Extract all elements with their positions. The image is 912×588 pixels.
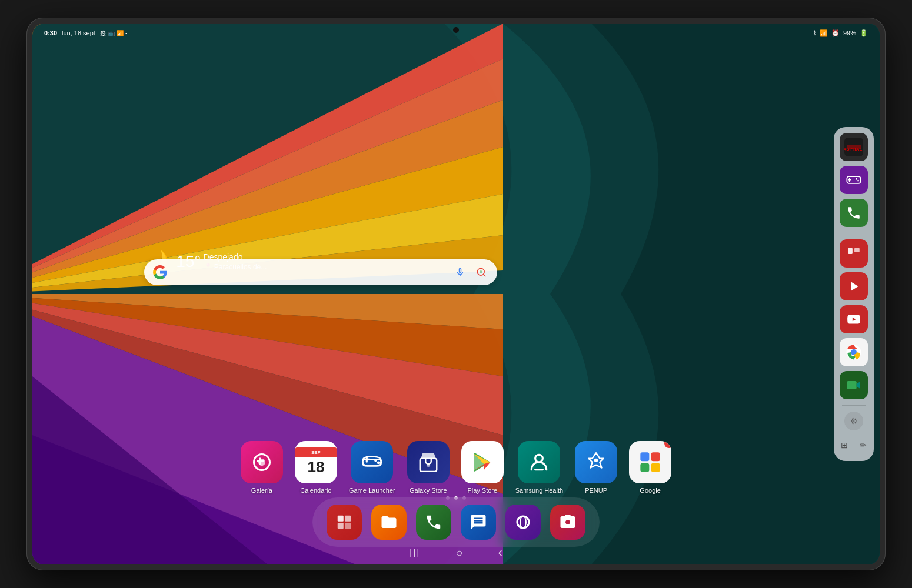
main-app-grid: Galería SEP 18 Calendario: [32, 441, 880, 494]
mic-search-icon[interactable]: [452, 265, 468, 280]
svg-point-22: [520, 516, 526, 528]
image-icon: 🖼: [100, 30, 106, 36]
panel-app-game-launcher[interactable]: [840, 166, 868, 194]
svg-rect-35: [847, 381, 856, 389]
svg-point-2: [480, 270, 482, 273]
status-right: ⌇ 📶 ⏰ 99% 🔋: [813, 29, 868, 37]
battery-icon: 🔋: [860, 29, 868, 37]
panel-bottom-controls: ⊞ ✏: [832, 435, 876, 455]
svg-rect-28: [848, 179, 851, 181]
app-play-store[interactable]: Play Store: [461, 441, 504, 494]
right-sidebar-panel: ASPHALT: [834, 127, 874, 461]
app-galaxy-store[interactable]: Galaxy Store: [407, 441, 450, 494]
svg-point-10: [427, 463, 430, 467]
panel-divider-2: [842, 405, 866, 406]
panel-app-asphalt[interactable]: ASPHALT: [840, 133, 868, 161]
svg-rect-25: [847, 145, 861, 149]
panel-app-duo[interactable]: [840, 272, 868, 300]
nav-back-btn[interactable]: ‹: [498, 545, 502, 560]
calling-icon: 📶: [117, 30, 124, 36]
svg-point-21: [517, 516, 529, 528]
panel-settings-button[interactable]: ⚙: [844, 412, 863, 430]
dock-app-5[interactable]: [505, 505, 541, 540]
galeria-label: Galería: [251, 487, 272, 494]
search-right-icons: [452, 265, 489, 280]
tablet-screen: 0:30 lun, 18 sept 🖼 📺 📶 • ⌇ 📶 ⏰ 99% 🔋 🌙: [32, 24, 880, 564]
status-left: 0:30 lun, 18 sept 🖼 📺 📶 •: [44, 29, 127, 36]
battery-text: 99%: [843, 29, 856, 36]
game-launcher-label: Game Launcher: [349, 487, 395, 494]
panel-grid-btn[interactable]: ⊞: [837, 437, 852, 453]
svg-rect-31: [848, 248, 853, 254]
nav-recents-btn[interactable]: |||: [410, 547, 420, 558]
panel-app-meet[interactable]: [840, 371, 868, 399]
app-galeria[interactable]: Galería: [241, 441, 283, 494]
svg-rect-20: [345, 523, 351, 529]
app-samsung-health[interactable]: Samsung Health: [515, 441, 563, 494]
panel-divider: [842, 233, 866, 233]
dot-indicator: •: [125, 31, 127, 36]
svg-rect-19: [338, 523, 344, 529]
svg-point-12: [594, 459, 598, 462]
alarm-icon: ⏰: [831, 29, 840, 37]
panel-app-youtube[interactable]: [840, 305, 868, 333]
penup-label: PENUP: [585, 487, 607, 494]
dock-app-6[interactable]: [550, 505, 585, 540]
panel-edit-btn[interactable]: ✏: [856, 437, 871, 453]
search-bar[interactable]: [144, 259, 497, 285]
calendario-label: Calendario: [300, 487, 331, 494]
tablet-device: 0:30 lun, 18 sept 🖼 📺 📶 • ⌇ 📶 ⏰ 99% 🔋 🌙: [26, 18, 886, 570]
navigation-bar: ||| ○ ‹: [32, 541, 880, 564]
svg-rect-16: [651, 463, 660, 472]
google-g-logo: [152, 265, 168, 280]
svg-rect-17: [338, 516, 344, 522]
status-date: lun, 18 sept: [62, 29, 95, 36]
lens-search-icon[interactable]: [474, 265, 489, 280]
bottom-dock: [312, 497, 600, 547]
svg-rect-32: [854, 248, 860, 252]
svg-rect-13: [640, 452, 649, 461]
app-calendario[interactable]: SEP 18 Calendario: [295, 441, 337, 494]
panel-app-kanban[interactable]: [840, 239, 868, 268]
svg-rect-18: [345, 516, 351, 522]
status-bar: 0:30 lun, 18 sept 🖼 📺 📶 • ⌇ 📶 ⏰ 99% 🔋: [32, 24, 880, 42]
app-penup[interactable]: PENUP: [575, 441, 617, 494]
cast-icon: 📺: [108, 30, 115, 36]
status-icons-left: 🖼 📺 📶 •: [100, 30, 127, 36]
app-game-launcher[interactable]: Game Launcher: [349, 441, 395, 494]
app-google[interactable]: 2 Google: [629, 441, 671, 494]
signal-icon: ⌇: [813, 29, 816, 37]
dock-app-3[interactable]: [416, 505, 451, 540]
svg-point-7: [377, 461, 380, 464]
samsung-health-label: Samsung Health: [515, 487, 563, 494]
svg-point-30: [857, 180, 859, 182]
play-store-label: Play Store: [467, 487, 497, 494]
galaxy-store-label: Galaxy Store: [410, 487, 447, 494]
google-badge: 2: [664, 441, 671, 448]
dock-app-2[interactable]: [371, 505, 407, 540]
wifi-icon: 📶: [820, 29, 828, 37]
google-label: Google: [640, 487, 660, 494]
dock-app-4[interactable]: [461, 505, 496, 540]
svg-rect-15: [640, 463, 649, 472]
nav-home-btn[interactable]: ○: [456, 546, 463, 560]
svg-point-34: [851, 350, 856, 355]
panel-app-chrome[interactable]: [840, 338, 868, 366]
svg-rect-14: [651, 452, 660, 461]
svg-point-29: [856, 178, 857, 180]
svg-point-11: [535, 455, 543, 462]
status-time: 0:30: [44, 29, 57, 36]
panel-app-phone[interactable]: [840, 199, 868, 227]
dock-app-1[interactable]: [327, 505, 362, 540]
